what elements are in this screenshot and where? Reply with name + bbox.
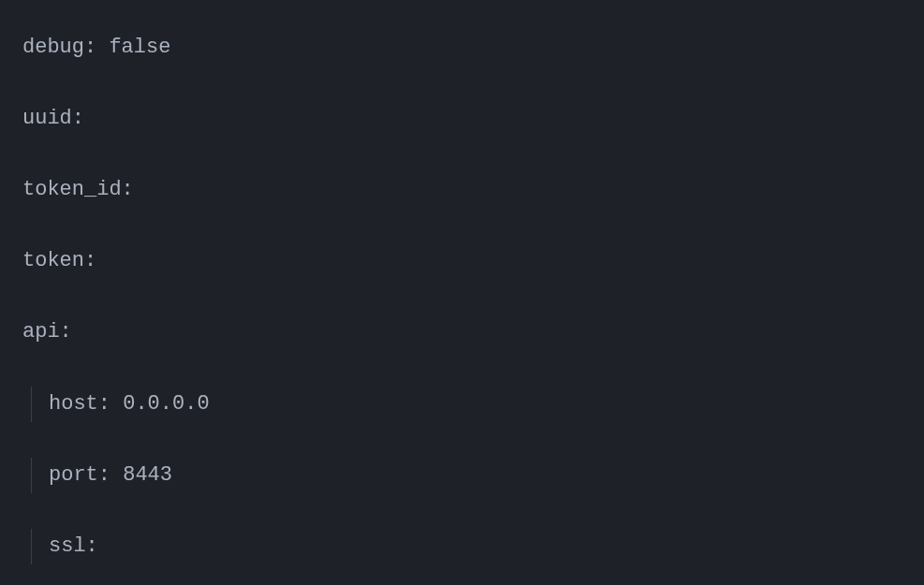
yaml-code-block: debug: false uuid: token_id: token: api:…	[0, 0, 924, 585]
config-line-token-id: token_id:	[22, 172, 924, 208]
config-line-host: host: 0.0.0.0	[22, 387, 924, 422]
config-line-api: api:	[22, 314, 924, 350]
config-line-ssl: ssl:	[22, 529, 924, 564]
config-line-port: port: 8443	[22, 458, 924, 493]
config-line-uuid: uuid:	[22, 101, 924, 137]
config-line-token: token:	[22, 243, 924, 279]
config-line-debug: debug: false	[22, 30, 924, 66]
